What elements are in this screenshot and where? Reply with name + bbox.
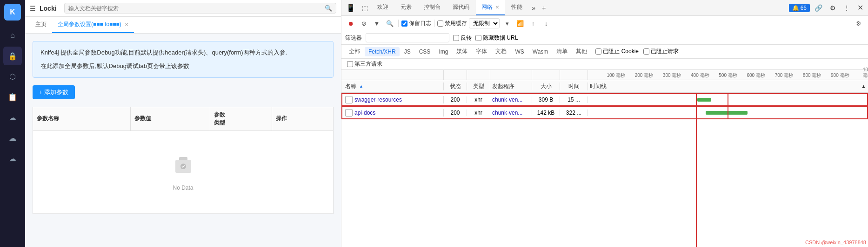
row-swagger-time: 15 ... [560,96,588,103]
type-filter-other[interactable]: 其他 [572,46,591,57]
sidebar-item-puzzle[interactable]: ⬡ [3,67,22,86]
type-filter-all[interactable]: 全部 [345,46,364,57]
sidebar: K ⌂ 🔒 ⬡ 📋 ☁ ☁ ☁ [0,0,25,247]
row-apidocs-type: xhr [467,110,490,116]
no-data-text: No Data [173,185,193,191]
description-box: Knife4j 提供全局参数Debug功能,目前默认提供header(请求头)、… [33,41,334,78]
wifi-icon[interactable]: 📶 [514,18,526,29]
download-icon[interactable]: ↓ [541,18,552,29]
more-tabs-icon[interactable]: » [529,2,538,14]
app-logo[interactable]: K [4,4,21,21]
row-swagger-name: swagger-resources [341,96,444,103]
row-apidocs-initiator: chunk-ven... [490,110,532,116]
content-area: Knife4j 提供全局参数Debug功能,目前默认提供header(请求头)、… [25,34,341,247]
sort-icon: ▲ [359,84,363,89]
description-line2: 在此添加全局参数后,默认Debug调试tab页会带上该参数 [40,61,326,71]
row-apidocs-checkbox[interactable] [345,109,353,117]
row-swagger-size: 309 B [532,96,560,103]
type-filter-xhr[interactable]: Fetch/XHR [365,47,400,56]
throttle-dropdown-icon[interactable]: ▾ [501,18,513,29]
row-swagger-status: 200 [444,96,467,103]
csdn-watermark: CSDN @weixin_43978848 [805,240,866,245]
sidebar-item-home[interactable]: ⌂ [3,26,22,45]
sidebar-item-cloud1[interactable]: ☁ [3,108,22,127]
hamburger-button[interactable]: ☰ [30,5,36,12]
waterfall-bar-apidocs [706,111,748,115]
inspect-icon[interactable]: ⬚ [359,2,371,14]
sidebar-item-lock[interactable]: 🔒 [3,47,22,65]
col-status-header[interactable]: 状态 [444,82,467,90]
network-toolbar: ⏺ ⊘ ▼ 🔍 保留日志 禁用缓存 无限制 ▾ 📶 ↑ ↓ ⚙ [341,16,868,31]
tab-close-icon[interactable]: ✕ [125,22,128,27]
row-apidocs-waterfall [588,106,868,119]
row-swagger-waterfall [588,93,868,106]
type-filter-manifest[interactable]: 清单 [553,46,571,57]
col-size-header[interactable]: 大小 [532,82,560,90]
share-icon[interactable]: 🔗 [812,2,825,14]
params-table: 参数名称 参数值 参数类型 操作 [33,107,334,214]
blocked-cookie-checkbox[interactable]: 已阻止 Cookie [595,48,639,55]
tab-network-close-icon[interactable]: ✕ [495,5,499,10]
col-name-header[interactable]: 名称 ▲ [341,82,444,90]
waterfall-sort-icon: ▲ [861,83,866,89]
blocked-request-checkbox[interactable]: 已阻止请求 [643,48,679,55]
row-apidocs-time: 322 ... [560,110,588,116]
type-filter-doc[interactable]: 文档 [492,46,510,57]
left-header: ☰ Locki 🔍 [25,0,341,17]
sidebar-item-cloud2[interactable]: ☁ [3,129,22,147]
col-header-param-type: 参数类型 [210,107,272,130]
hide-data-url-checkbox[interactable]: 隐藏数据 URL [475,34,518,42]
network-row-apidocs[interactable]: api-docs 200 xhr chunk-ven... 142 kB 322… [341,106,868,119]
type-filter-ws[interactable]: WS [511,47,527,56]
type-filter-img[interactable]: Img [435,47,452,56]
stop-button[interactable]: ⊘ [358,18,369,29]
more-options-icon[interactable]: ⋮ [841,2,853,14]
tab-bar: 主页 全局参数设置(■■■ to■■■) ✕ [25,17,341,34]
col-time-header[interactable]: 时间 [560,82,588,90]
search-network-button[interactable]: 🔍 [384,18,395,29]
record-button[interactable]: ⏺ [345,18,356,29]
search-input[interactable] [68,5,323,12]
col-type-header[interactable]: 类型 [467,82,490,90]
disable-cache-checkbox[interactable]: 禁用缓存 [437,20,467,27]
upload-icon[interactable]: ↑ [527,18,539,29]
type-filter-wasm[interactable]: Wasm [529,47,552,56]
network-settings-button[interactable]: ⚙ [853,18,864,29]
throttle-select[interactable]: 无限制 [469,18,500,28]
notification-badge[interactable]: 🔔66 [789,4,810,12]
vertical-time-line [696,93,697,247]
col-header-param-value: 参数值 [130,107,210,130]
type-filter-row: 全部 Fetch/XHR JS CSS Img 媒体 字体 文档 WS Wasm… [341,45,868,59]
tab-home[interactable]: 主页 [30,17,52,33]
filter-input[interactable] [366,33,449,42]
sidebar-item-document[interactable]: 📋 [3,88,22,106]
invert-checkbox[interactable]: 反转 [453,34,472,42]
row-swagger-checkbox[interactable] [345,96,353,103]
type-filter-font[interactable]: 字体 [472,46,491,57]
filter-button[interactable]: ▼ [371,18,382,29]
row-apidocs-size: 142 kB [532,110,560,116]
preserve-log-checkbox[interactable]: 保留日志 [401,20,431,27]
tab-performance[interactable]: 性能 [506,0,528,15]
tab-global-params[interactable]: 全局参数设置(■■■ to■■■) ✕ [52,17,134,33]
tab-sources[interactable]: 源代码 [447,0,475,15]
close-devtools-icon[interactable]: ✕ [855,1,866,14]
row-swagger-initiator: chunk-ven... [490,96,532,103]
third-party-checkbox[interactable]: 第三方请求 [347,60,382,68]
type-filter-css[interactable]: CSS [415,47,434,56]
add-param-button[interactable]: + 添加参数 [33,85,75,99]
col-initiator-header[interactable]: 发起程序 [490,82,532,90]
network-row-swagger[interactable]: swagger-resources 200 xhr chunk-ven... 3… [341,93,868,106]
sidebar-item-cloud3[interactable]: ☁ [3,149,22,168]
col-waterfall-header[interactable]: 时间线 ▲ [588,80,868,93]
devtools-panel: 📱 ⬚ 欢迎 元素 控制台 源代码 网络 ✕ 性能 » + 🔔66 🔗 ⚙ ⋮ … [341,0,868,247]
device-mode-icon[interactable]: 📱 [343,1,358,14]
settings-icon[interactable]: ⚙ [827,2,839,14]
type-filter-js[interactable]: JS [401,47,414,56]
type-filter-media[interactable]: 媒体 [453,46,471,57]
tab-elements[interactable]: 元素 [395,0,417,15]
tab-console[interactable]: 控制台 [418,0,446,15]
add-tab-icon[interactable]: + [539,2,548,14]
tab-network[interactable]: 网络 ✕ [476,0,505,15]
tab-welcome[interactable]: 欢迎 [372,0,394,15]
